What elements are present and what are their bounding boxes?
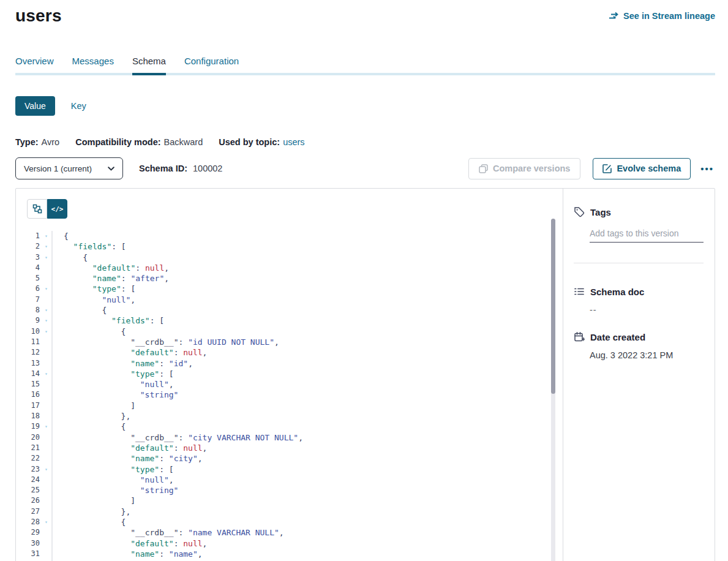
date-created-header: Date created [574,331,704,342]
fold-toggle-icon[interactable]: ▾ [41,326,51,337]
version-select[interactable]: Version 1 (current) [15,157,123,179]
fold-toggle-icon[interactable]: ▾ [41,231,51,241]
line-number: 4 [16,263,41,273]
add-tags-input[interactable] [590,227,704,243]
schema-sidebar: Tags Schema doc -- [563,189,715,561]
tags-title: Tags [590,207,611,217]
line-number: 3 [16,252,41,263]
line-number: 25 [16,485,41,495]
code-text: "type": [ [53,464,174,475]
code-text: { [53,517,126,527]
line-number: 13 [16,358,41,369]
fold-toggle-icon[interactable]: ▾ [41,315,51,326]
code-text: ] [53,495,135,506]
line-number: 6 [16,284,41,294]
stream-lineage-link[interactable]: See in Stream lineage [609,6,715,21]
code-text: "name": "city", [53,453,203,464]
tree-view-button[interactable] [27,199,47,219]
code-line: 15"null", [16,379,563,390]
fold-toggle-icon[interactable]: ▾ [41,252,51,263]
code-text: "__crdb__": "id UUID NOT NULL", [53,337,279,347]
key-toggle-button[interactable]: Key [71,101,86,111]
code-text: }, [53,506,130,517]
code-line: 25"string" [16,485,563,495]
code-text: { [53,305,107,315]
code-line: 18}, [16,411,563,421]
meta-type: Type: Avro [15,137,59,147]
line-number: 9 [16,315,41,326]
fold-toggle-icon[interactable]: ▾ [41,305,51,315]
code-line: 19▾{ [16,421,563,432]
line-number: 28 [16,517,41,527]
code-line: 8▾{ [16,305,563,315]
code-line: 22"name": "city", [16,453,563,464]
tab-overview[interactable]: Overview [15,56,54,73]
topic-link[interactable]: users [283,137,304,147]
code-line: 11"__crdb__": "id UUID NOT NULL", [16,337,563,347]
code-line: 5"name": "after", [16,273,563,284]
fold-toggle-icon[interactable]: ▾ [41,421,51,432]
version-bar: Version 1 (current) Schema ID: 100002 Co… [15,157,715,179]
fold-toggle-icon[interactable]: ▾ [41,241,51,252]
fold-toggle-icon[interactable]: ▾ [41,369,51,379]
schema-doc-section: Schema doc -- [574,286,704,315]
code-line: 26] [16,495,563,506]
schema-id: Schema ID: 100002 [139,164,222,173]
code-text: "null", [53,295,135,305]
compare-versions-button[interactable]: Compare versions [468,158,581,179]
schema-id-value: 100002 [193,164,222,173]
code-text: "string" [53,390,178,400]
tab-configuration[interactable]: Configuration [184,56,239,73]
more-options-button[interactable]: ••• [699,161,715,176]
line-number: 23 [16,464,41,475]
line-number: 15 [16,379,41,390]
chevron-down-icon [108,167,114,171]
line-number: 26 [16,495,41,506]
code-line: 29"__crdb__": "name VARCHAR NULL", [16,527,563,538]
code-text: "default": null, [53,263,169,273]
calendar-icon [574,331,585,342]
line-number: 12 [16,347,41,358]
code-view-button[interactable]: </> [47,199,67,219]
editor-scrollbar-thumb[interactable] [551,219,555,394]
code-line: 13"name": "id", [16,358,563,369]
code-text: "name": "after", [53,273,169,284]
fold-toggle-icon[interactable]: ▾ [41,284,51,294]
code-line: 23▾"type": [ [16,464,563,475]
meta-compatibility-value: Backward [164,137,203,147]
fold-toggle-icon[interactable]: ▾ [41,517,51,527]
sidebar-divider [574,263,704,263]
meta-topic: Used by topic: users [219,137,304,147]
code-line: 20"__crdb__": "city VARCHAR NOT NULL", [16,432,563,443]
meta-topic-label: Used by topic: [219,137,280,147]
code-text: "null", [53,379,174,390]
date-created-section: Date created Aug. 3 2022 3:21 PM [574,331,704,360]
code-line: 31"name": "name", [16,549,563,559]
tab-bar: Overview Messages Schema Configuration [15,56,715,75]
line-number: 1 [16,231,41,241]
tab-schema[interactable]: Schema [132,56,166,75]
code-text: { [53,252,88,263]
evolve-schema-label: Evolve schema [617,164,681,173]
code-text: { [53,231,69,241]
line-number: 20 [16,432,41,443]
code-line: 6▾"type": [ [16,284,563,294]
code-line: 21"default": null, [16,443,563,453]
line-number: 27 [16,506,41,517]
code-text: { [53,421,126,432]
evolve-schema-button[interactable]: Evolve schema [593,158,691,179]
code-line: 10▾{ [16,326,563,337]
line-number: 8 [16,305,41,315]
date-created-title: Date created [590,332,645,342]
code-line: 16"string" [16,390,563,400]
schema-editor: </> 1▾{2▾"fields": [3▾{4"default": null,… [16,189,563,561]
value-toggle-button[interactable]: Value [15,96,55,116]
meta-compatibility-label: Compatibility mode: [75,137,160,147]
code-line: 12"default": null, [16,347,563,358]
tab-messages[interactable]: Messages [72,56,114,73]
page-header: users See in Stream lineage [15,0,715,26]
fold-toggle-icon[interactable]: ▾ [41,464,51,475]
code-line: 2▾"fields": [ [16,241,563,252]
edit-icon [602,164,612,173]
code-line: 28▾{ [16,517,563,527]
